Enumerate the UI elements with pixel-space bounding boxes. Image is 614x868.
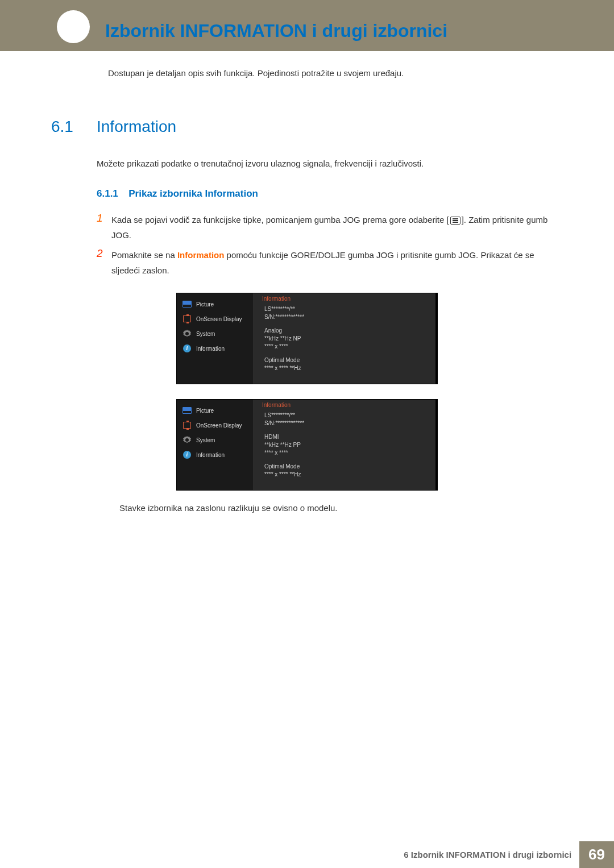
osd-optimal-block: Optimal Mode **** x **** **Hz <box>264 356 430 372</box>
osd-item-label: Picture <box>196 301 214 308</box>
osd-panel: Picture OnScreen Display System i Inform… <box>176 399 438 491</box>
gear-icon <box>182 330 192 338</box>
osd-optimal-block: Optimal Mode **** x **** **Hz <box>264 463 430 479</box>
osd-item-label: Information <box>196 452 225 458</box>
subsection-title: Prikaz izbornika Information <box>128 188 258 199</box>
osd-right-title: Information <box>262 402 430 408</box>
osd-item-label: System <box>196 331 215 337</box>
section-description: Možete prikazati podatke o trenutačnoj i… <box>97 159 563 168</box>
step-2-text: Pomaknite se na Information pomoću funkc… <box>111 247 563 278</box>
osd-res: **** x **** <box>264 343 430 351</box>
osd-signal-block: Analog **kHz **Hz NP **** x **** <box>264 327 430 351</box>
osd-optimal-res: **** x **** **Hz <box>264 364 430 372</box>
osd-model-block: LS********/** S/N:************* <box>264 412 430 427</box>
chapter-number-circle <box>57 10 90 43</box>
osd-item-picture: Picture <box>177 297 254 312</box>
picture-icon <box>182 300 192 308</box>
osd-item-system: System <box>177 433 254 447</box>
page-content: Dostupan je detaljan opis svih funkcija.… <box>0 51 614 513</box>
osd-optimal-label: Optimal Mode <box>264 463 430 471</box>
onscreen-icon <box>182 421 192 429</box>
osd-info-panel: Information LS********/** S/N:**********… <box>254 400 437 490</box>
osd-item-onscreen: OnScreen Display <box>177 312 254 326</box>
osd-serial: S/N:************* <box>264 420 430 427</box>
osd-screenshot-1: Picture OnScreen Display System i Inform… <box>51 293 563 384</box>
osd-right-title: Information <box>262 296 430 302</box>
osd-screenshot-2: Picture OnScreen Display System i Inform… <box>51 399 563 491</box>
step-2-highlight: Information <box>177 250 225 260</box>
step-number-2: 2 <box>97 247 111 260</box>
step-2-text-a: Pomaknite se na <box>111 250 177 260</box>
osd-model: LS********/** <box>264 412 430 420</box>
osd-panel: Picture OnScreen Display System i Inform… <box>176 293 438 384</box>
osd-optimal-label: Optimal Mode <box>264 356 430 364</box>
osd-signal-block: HDMI **kHz **Hz PP **** x **** <box>264 433 430 457</box>
header-bar: Izbornik INFORMATION i drugi izbornici <box>0 0 614 51</box>
section-heading: 6.1 Information <box>51 118 563 136</box>
intro-text: Dostupan je detaljan opis svih funkcija.… <box>108 68 563 78</box>
osd-item-picture: Picture <box>177 403 254 418</box>
picture-icon <box>182 406 192 414</box>
section-number: 6.1 <box>51 118 97 136</box>
menu-icon <box>450 217 460 225</box>
osd-item-information: i Information <box>177 447 254 462</box>
osd-item-label: System <box>196 437 215 443</box>
osd-optimal-res: **** x **** **Hz <box>264 471 430 479</box>
step-1-text-a: Kada se pojavi vodič za funkcijske tipke… <box>111 215 449 225</box>
osd-info-panel: Information LS********/** S/N:**********… <box>254 293 437 384</box>
chapter-title: Izbornik INFORMATION i drugi izbornici <box>105 20 447 41</box>
osd-item-label: Information <box>196 346 225 352</box>
osd-freq: **kHz **Hz NP <box>264 335 430 343</box>
osd-item-information: i Information <box>177 341 254 356</box>
subsection-heading: 6.1.1 Prikaz izbornika Information <box>97 188 563 200</box>
step-1-text: Kada se pojavi vodič za funkcijske tipke… <box>111 212 563 243</box>
subsection-number: 6.1.1 <box>97 188 118 200</box>
onscreen-icon <box>182 315 192 323</box>
section-title: Information <box>97 118 176 136</box>
step-2: 2 Pomaknite se na Information pomoću fun… <box>97 247 563 278</box>
step-1: 1 Kada se pojavi vodič za funkcijske tip… <box>97 212 563 243</box>
osd-signal-type: HDMI <box>264 433 430 441</box>
osd-item-label: OnScreen Display <box>196 316 242 322</box>
osd-model: LS********/** <box>264 305 430 313</box>
step-number-1: 1 <box>97 212 111 225</box>
info-icon: i <box>182 451 192 459</box>
osd-model-block: LS********/** S/N:************* <box>264 305 430 321</box>
osd-menu-left: Picture OnScreen Display System i Inform… <box>177 293 254 384</box>
osd-freq: **kHz **Hz PP <box>264 441 430 449</box>
osd-res: **** x **** <box>264 449 430 457</box>
note-text: Stavke izbornika na zaslonu razlikuju se… <box>119 503 563 513</box>
osd-item-label: OnScreen Display <box>196 422 242 429</box>
info-icon: i <box>182 344 192 352</box>
gear-icon <box>182 436 192 444</box>
osd-menu-left: Picture OnScreen Display System i Inform… <box>177 400 254 490</box>
osd-item-label: Picture <box>196 408 214 414</box>
osd-signal-type: Analog <box>264 327 430 335</box>
osd-item-onscreen: OnScreen Display <box>177 418 254 433</box>
osd-item-system: System <box>177 326 254 341</box>
osd-serial: S/N:************* <box>264 313 430 321</box>
